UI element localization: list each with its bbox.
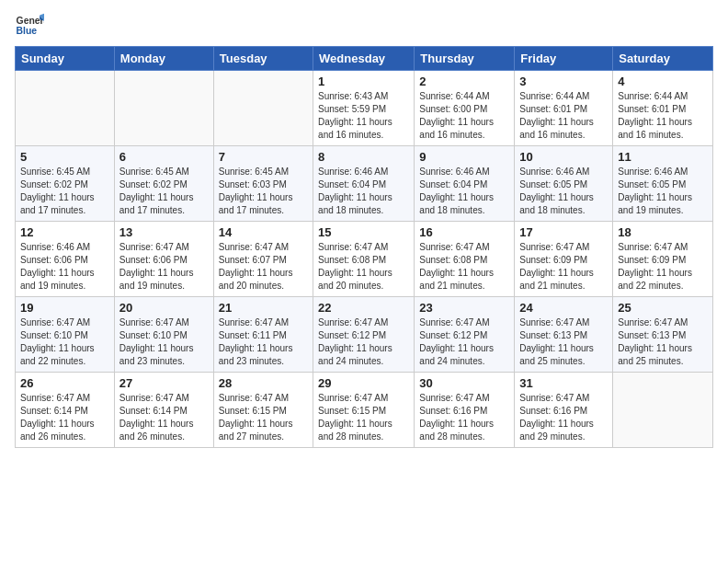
day-number: 4 [618,75,708,88]
day-number: 5 [20,150,109,164]
day-info: Sunrise: 6:46 AMSunset: 6:06 PMDaylight:… [20,241,109,293]
day-info: Sunrise: 6:47 AMSunset: 6:16 PMDaylight:… [419,392,509,443]
day-cell: 20Sunrise: 6:47 AMSunset: 6:10 PMDayligh… [114,297,213,373]
day-number: 6 [119,150,209,164]
day-cell: 2Sunrise: 6:44 AMSunset: 6:00 PMDaylight… [415,71,515,146]
weekday-header-monday: Monday [114,47,213,71]
day-cell: 4Sunrise: 6:44 AMSunset: 6:01 PMDaylight… [613,71,713,146]
day-number: 2 [419,75,509,88]
week-row-4: 26Sunrise: 6:47 AMSunset: 6:14 PMDayligh… [16,373,713,448]
day-info: Sunrise: 6:47 AMSunset: 6:08 PMDaylight:… [419,241,509,293]
day-info: Sunrise: 6:47 AMSunset: 6:09 PMDaylight:… [519,241,608,293]
day-info: Sunrise: 6:47 AMSunset: 6:13 PMDaylight:… [519,316,608,368]
day-cell: 28Sunrise: 6:47 AMSunset: 6:15 PMDayligh… [213,373,313,448]
day-number: 21 [219,301,308,315]
day-info: Sunrise: 6:47 AMSunset: 6:08 PMDaylight:… [318,241,409,293]
day-cell: 3Sunrise: 6:44 AMSunset: 6:01 PMDaylight… [515,71,613,146]
day-info: Sunrise: 6:47 AMSunset: 6:10 PMDaylight:… [20,316,109,368]
weekday-header-row: SundayMondayTuesdayWednesdayThursdayFrid… [16,47,713,71]
day-info: Sunrise: 6:47 AMSunset: 6:10 PMDaylight:… [119,316,209,368]
header: General Blue [15,9,713,39]
weekday-header-saturday: Saturday [613,47,713,71]
day-cell: 19Sunrise: 6:47 AMSunset: 6:10 PMDayligh… [16,297,115,373]
day-info: Sunrise: 6:47 AMSunset: 6:12 PMDaylight:… [318,316,409,368]
day-number: 10 [519,150,608,164]
day-cell: 10Sunrise: 6:46 AMSunset: 6:05 PMDayligh… [515,146,613,222]
day-info: Sunrise: 6:47 AMSunset: 6:09 PMDaylight:… [618,241,708,293]
day-number: 3 [519,75,608,88]
day-cell: 13Sunrise: 6:47 AMSunset: 6:06 PMDayligh… [114,222,213,297]
day-number: 28 [219,376,308,390]
day-cell: 18Sunrise: 6:47 AMSunset: 6:09 PMDayligh… [613,222,713,297]
week-row-3: 19Sunrise: 6:47 AMSunset: 6:10 PMDayligh… [16,297,713,373]
day-cell: 31Sunrise: 6:47 AMSunset: 6:16 PMDayligh… [515,373,613,448]
day-info: Sunrise: 6:44 AMSunset: 6:01 PMDaylight:… [618,90,708,142]
day-number: 23 [419,301,509,315]
day-cell: 25Sunrise: 6:47 AMSunset: 6:13 PMDayligh… [613,297,713,373]
day-number: 8 [318,150,409,164]
day-cell [213,71,313,146]
svg-text:Blue: Blue [17,26,38,36]
day-cell [16,71,115,146]
day-cell: 27Sunrise: 6:47 AMSunset: 6:14 PMDayligh… [114,373,213,448]
day-number: 26 [20,376,109,390]
day-cell: 22Sunrise: 6:47 AMSunset: 6:12 PMDayligh… [313,297,415,373]
day-info: Sunrise: 6:45 AMSunset: 6:02 PMDaylight:… [119,166,209,217]
day-number: 7 [219,150,308,164]
day-number: 20 [119,301,209,315]
day-info: Sunrise: 6:44 AMSunset: 6:01 PMDaylight:… [519,90,608,142]
day-number: 17 [519,225,608,239]
week-row-1: 5Sunrise: 6:45 AMSunset: 6:02 PMDaylight… [16,146,713,222]
day-number: 19 [20,301,109,315]
day-info: Sunrise: 6:47 AMSunset: 6:06 PMDaylight:… [119,241,209,293]
day-number: 31 [519,376,608,390]
day-info: Sunrise: 6:47 AMSunset: 6:16 PMDaylight:… [519,392,608,443]
logo: General Blue [15,9,46,39]
day-cell: 16Sunrise: 6:47 AMSunset: 6:08 PMDayligh… [415,222,515,297]
weekday-header-wednesday: Wednesday [313,47,415,71]
day-cell: 8Sunrise: 6:46 AMSunset: 6:04 PMDaylight… [313,146,415,222]
day-number: 1 [318,75,409,88]
day-number: 9 [419,150,509,164]
day-cell: 15Sunrise: 6:47 AMSunset: 6:08 PMDayligh… [313,222,415,297]
day-cell: 9Sunrise: 6:46 AMSunset: 6:04 PMDaylight… [415,146,515,222]
weekday-header-thursday: Thursday [415,47,515,71]
day-number: 12 [20,225,109,239]
weekday-header-friday: Friday [515,47,613,71]
day-number: 15 [318,225,409,239]
page: General Blue SundayMondayTuesdayWednesda… [0,0,728,457]
day-number: 13 [119,225,209,239]
day-info: Sunrise: 6:47 AMSunset: 6:11 PMDaylight:… [219,316,308,368]
day-cell: 7Sunrise: 6:45 AMSunset: 6:03 PMDaylight… [213,146,313,222]
day-cell: 11Sunrise: 6:46 AMSunset: 6:05 PMDayligh… [613,146,713,222]
day-cell: 6Sunrise: 6:45 AMSunset: 6:02 PMDaylight… [114,146,213,222]
day-number: 16 [419,225,509,239]
day-number: 24 [519,301,608,315]
day-info: Sunrise: 6:47 AMSunset: 6:15 PMDaylight:… [219,392,308,443]
day-cell [613,373,713,448]
day-cell: 5Sunrise: 6:45 AMSunset: 6:02 PMDaylight… [16,146,115,222]
weekday-header-sunday: Sunday [16,47,115,71]
day-number: 14 [219,225,308,239]
day-cell: 24Sunrise: 6:47 AMSunset: 6:13 PMDayligh… [515,297,613,373]
day-info: Sunrise: 6:46 AMSunset: 6:05 PMDaylight:… [519,166,608,217]
day-number: 18 [618,225,708,239]
day-cell: 29Sunrise: 6:47 AMSunset: 6:15 PMDayligh… [313,373,415,448]
day-info: Sunrise: 6:46 AMSunset: 6:05 PMDaylight:… [618,166,708,217]
day-info: Sunrise: 6:45 AMSunset: 6:02 PMDaylight:… [20,166,109,217]
week-row-0: 1Sunrise: 6:43 AMSunset: 5:59 PMDaylight… [16,71,713,146]
day-cell: 30Sunrise: 6:47 AMSunset: 6:16 PMDayligh… [415,373,515,448]
day-info: Sunrise: 6:45 AMSunset: 6:03 PMDaylight:… [219,166,308,217]
day-info: Sunrise: 6:47 AMSunset: 6:07 PMDaylight:… [219,241,308,293]
day-info: Sunrise: 6:47 AMSunset: 6:12 PMDaylight:… [419,316,509,368]
day-cell: 12Sunrise: 6:46 AMSunset: 6:06 PMDayligh… [16,222,115,297]
day-number: 22 [318,301,409,315]
day-cell: 21Sunrise: 6:47 AMSunset: 6:11 PMDayligh… [213,297,313,373]
day-cell: 17Sunrise: 6:47 AMSunset: 6:09 PMDayligh… [515,222,613,297]
day-cell: 23Sunrise: 6:47 AMSunset: 6:12 PMDayligh… [415,297,515,373]
day-cell: 14Sunrise: 6:47 AMSunset: 6:07 PMDayligh… [213,222,313,297]
calendar-table: SundayMondayTuesdayWednesdayThursdayFrid… [15,46,713,448]
logo-icon: General Blue [15,9,44,39]
day-info: Sunrise: 6:47 AMSunset: 6:13 PMDaylight:… [618,316,708,368]
day-number: 27 [119,376,209,390]
